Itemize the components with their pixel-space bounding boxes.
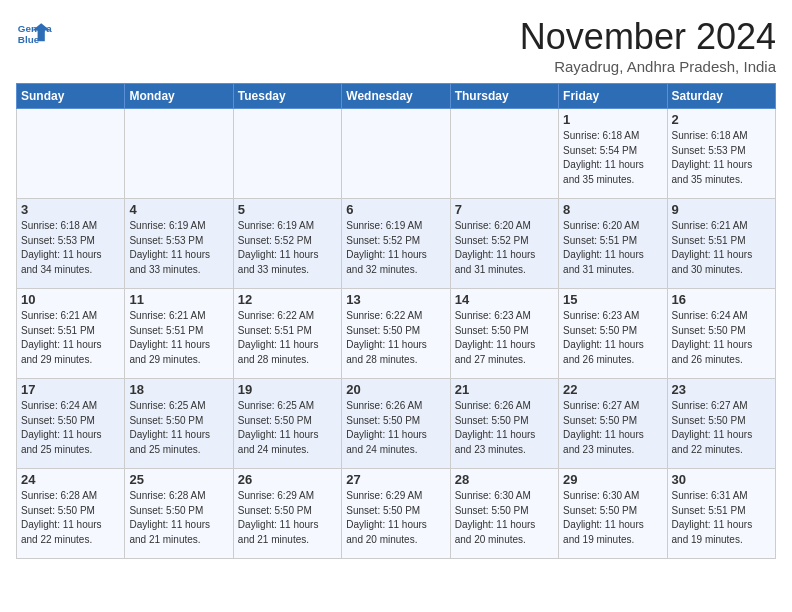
day-number: 5: [238, 202, 337, 217]
day-info: Sunrise: 6:19 AM Sunset: 5:52 PM Dayligh…: [238, 219, 337, 277]
calendar-cell: 23Sunrise: 6:27 AM Sunset: 5:50 PM Dayli…: [667, 379, 775, 469]
calendar-cell: 17Sunrise: 6:24 AM Sunset: 5:50 PM Dayli…: [17, 379, 125, 469]
calendar-table: SundayMondayTuesdayWednesdayThursdayFrid…: [16, 83, 776, 559]
day-info: Sunrise: 6:22 AM Sunset: 5:50 PM Dayligh…: [346, 309, 445, 367]
calendar-cell: 6Sunrise: 6:19 AM Sunset: 5:52 PM Daylig…: [342, 199, 450, 289]
calendar-cell: 20Sunrise: 6:26 AM Sunset: 5:50 PM Dayli…: [342, 379, 450, 469]
day-number: 13: [346, 292, 445, 307]
calendar-cell: 8Sunrise: 6:20 AM Sunset: 5:51 PM Daylig…: [559, 199, 667, 289]
day-number: 26: [238, 472, 337, 487]
day-number: 14: [455, 292, 554, 307]
calendar-cell: 5Sunrise: 6:19 AM Sunset: 5:52 PM Daylig…: [233, 199, 341, 289]
day-number: 17: [21, 382, 120, 397]
day-number: 4: [129, 202, 228, 217]
day-info: Sunrise: 6:26 AM Sunset: 5:50 PM Dayligh…: [455, 399, 554, 457]
day-number: 11: [129, 292, 228, 307]
calendar-cell: 24Sunrise: 6:28 AM Sunset: 5:50 PM Dayli…: [17, 469, 125, 559]
calendar-cell: [342, 109, 450, 199]
day-info: Sunrise: 6:19 AM Sunset: 5:53 PM Dayligh…: [129, 219, 228, 277]
calendar-cell: 28Sunrise: 6:30 AM Sunset: 5:50 PM Dayli…: [450, 469, 558, 559]
day-info: Sunrise: 6:18 AM Sunset: 5:54 PM Dayligh…: [563, 129, 662, 187]
day-number: 19: [238, 382, 337, 397]
calendar-cell: 10Sunrise: 6:21 AM Sunset: 5:51 PM Dayli…: [17, 289, 125, 379]
day-number: 20: [346, 382, 445, 397]
calendar-body: 1Sunrise: 6:18 AM Sunset: 5:54 PM Daylig…: [17, 109, 776, 559]
day-info: Sunrise: 6:20 AM Sunset: 5:51 PM Dayligh…: [563, 219, 662, 277]
weekday-header: Monday: [125, 84, 233, 109]
calendar-cell: 22Sunrise: 6:27 AM Sunset: 5:50 PM Dayli…: [559, 379, 667, 469]
calendar-week-row: 10Sunrise: 6:21 AM Sunset: 5:51 PM Dayli…: [17, 289, 776, 379]
month-title: November 2024: [520, 16, 776, 58]
day-number: 28: [455, 472, 554, 487]
weekday-header: Tuesday: [233, 84, 341, 109]
weekday-header: Sunday: [17, 84, 125, 109]
day-number: 18: [129, 382, 228, 397]
calendar-cell: 26Sunrise: 6:29 AM Sunset: 5:50 PM Dayli…: [233, 469, 341, 559]
day-number: 6: [346, 202, 445, 217]
day-info: Sunrise: 6:18 AM Sunset: 5:53 PM Dayligh…: [21, 219, 120, 277]
weekday-header: Friday: [559, 84, 667, 109]
calendar-cell: 27Sunrise: 6:29 AM Sunset: 5:50 PM Dayli…: [342, 469, 450, 559]
calendar-cell: 18Sunrise: 6:25 AM Sunset: 5:50 PM Dayli…: [125, 379, 233, 469]
calendar-cell: [17, 109, 125, 199]
day-info: Sunrise: 6:31 AM Sunset: 5:51 PM Dayligh…: [672, 489, 771, 547]
page-header: General Blue November 2024 Rayadrug, And…: [16, 16, 776, 75]
svg-text:Blue: Blue: [18, 34, 40, 45]
day-info: Sunrise: 6:24 AM Sunset: 5:50 PM Dayligh…: [21, 399, 120, 457]
day-number: 9: [672, 202, 771, 217]
calendar-cell: 12Sunrise: 6:22 AM Sunset: 5:51 PM Dayli…: [233, 289, 341, 379]
calendar-cell: 1Sunrise: 6:18 AM Sunset: 5:54 PM Daylig…: [559, 109, 667, 199]
day-number: 30: [672, 472, 771, 487]
calendar-cell: 13Sunrise: 6:22 AM Sunset: 5:50 PM Dayli…: [342, 289, 450, 379]
day-number: 10: [21, 292, 120, 307]
calendar-cell: [450, 109, 558, 199]
day-number: 15: [563, 292, 662, 307]
day-number: 8: [563, 202, 662, 217]
calendar-cell: 30Sunrise: 6:31 AM Sunset: 5:51 PM Dayli…: [667, 469, 775, 559]
day-info: Sunrise: 6:19 AM Sunset: 5:52 PM Dayligh…: [346, 219, 445, 277]
day-info: Sunrise: 6:28 AM Sunset: 5:50 PM Dayligh…: [21, 489, 120, 547]
calendar-week-row: 17Sunrise: 6:24 AM Sunset: 5:50 PM Dayli…: [17, 379, 776, 469]
day-number: 1: [563, 112, 662, 127]
calendar-cell: 7Sunrise: 6:20 AM Sunset: 5:52 PM Daylig…: [450, 199, 558, 289]
calendar-cell: 9Sunrise: 6:21 AM Sunset: 5:51 PM Daylig…: [667, 199, 775, 289]
calendar-cell: 4Sunrise: 6:19 AM Sunset: 5:53 PM Daylig…: [125, 199, 233, 289]
day-info: Sunrise: 6:18 AM Sunset: 5:53 PM Dayligh…: [672, 129, 771, 187]
calendar-cell: 11Sunrise: 6:21 AM Sunset: 5:51 PM Dayli…: [125, 289, 233, 379]
calendar-cell: [233, 109, 341, 199]
day-info: Sunrise: 6:27 AM Sunset: 5:50 PM Dayligh…: [672, 399, 771, 457]
day-number: 2: [672, 112, 771, 127]
day-number: 25: [129, 472, 228, 487]
weekday-header: Saturday: [667, 84, 775, 109]
title-block: November 2024 Rayadrug, Andhra Pradesh, …: [520, 16, 776, 75]
day-info: Sunrise: 6:25 AM Sunset: 5:50 PM Dayligh…: [238, 399, 337, 457]
day-info: Sunrise: 6:23 AM Sunset: 5:50 PM Dayligh…: [455, 309, 554, 367]
weekday-header: Thursday: [450, 84, 558, 109]
day-number: 21: [455, 382, 554, 397]
calendar-week-row: 3Sunrise: 6:18 AM Sunset: 5:53 PM Daylig…: [17, 199, 776, 289]
calendar-cell: 25Sunrise: 6:28 AM Sunset: 5:50 PM Dayli…: [125, 469, 233, 559]
calendar-cell: 2Sunrise: 6:18 AM Sunset: 5:53 PM Daylig…: [667, 109, 775, 199]
day-info: Sunrise: 6:28 AM Sunset: 5:50 PM Dayligh…: [129, 489, 228, 547]
calendar-cell: [125, 109, 233, 199]
weekday-header: Wednesday: [342, 84, 450, 109]
day-info: Sunrise: 6:30 AM Sunset: 5:50 PM Dayligh…: [563, 489, 662, 547]
day-number: 12: [238, 292, 337, 307]
day-info: Sunrise: 6:25 AM Sunset: 5:50 PM Dayligh…: [129, 399, 228, 457]
weekday-header-row: SundayMondayTuesdayWednesdayThursdayFrid…: [17, 84, 776, 109]
day-info: Sunrise: 6:26 AM Sunset: 5:50 PM Dayligh…: [346, 399, 445, 457]
day-number: 7: [455, 202, 554, 217]
day-info: Sunrise: 6:21 AM Sunset: 5:51 PM Dayligh…: [21, 309, 120, 367]
day-number: 3: [21, 202, 120, 217]
calendar-cell: 14Sunrise: 6:23 AM Sunset: 5:50 PM Dayli…: [450, 289, 558, 379]
calendar-cell: 16Sunrise: 6:24 AM Sunset: 5:50 PM Dayli…: [667, 289, 775, 379]
day-info: Sunrise: 6:30 AM Sunset: 5:50 PM Dayligh…: [455, 489, 554, 547]
day-number: 23: [672, 382, 771, 397]
day-number: 24: [21, 472, 120, 487]
day-info: Sunrise: 6:22 AM Sunset: 5:51 PM Dayligh…: [238, 309, 337, 367]
day-info: Sunrise: 6:21 AM Sunset: 5:51 PM Dayligh…: [672, 219, 771, 277]
day-info: Sunrise: 6:21 AM Sunset: 5:51 PM Dayligh…: [129, 309, 228, 367]
day-info: Sunrise: 6:20 AM Sunset: 5:52 PM Dayligh…: [455, 219, 554, 277]
calendar-cell: 29Sunrise: 6:30 AM Sunset: 5:50 PM Dayli…: [559, 469, 667, 559]
calendar-cell: 21Sunrise: 6:26 AM Sunset: 5:50 PM Dayli…: [450, 379, 558, 469]
